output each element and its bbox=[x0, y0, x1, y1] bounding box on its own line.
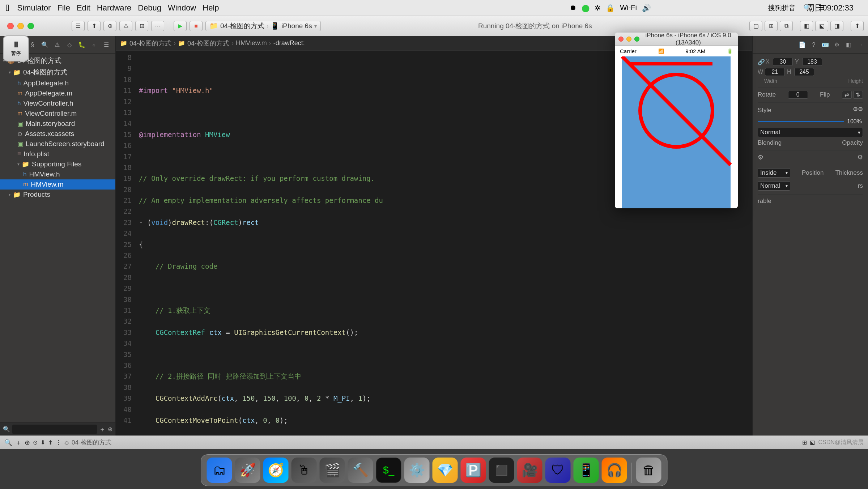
inspector-hide-btn[interactable]: ◨ bbox=[830, 21, 843, 31]
dock-item-mouse[interactable]: 🖱 bbox=[292, 458, 317, 483]
dock-item-app5[interactable]: 📱 bbox=[574, 458, 599, 483]
navigator-hide-btn[interactable]: ◧ bbox=[800, 21, 813, 31]
status-step-icon2[interactable]: ⋮ bbox=[56, 439, 61, 446]
dock-item-settings[interactable]: ⚙️ bbox=[404, 458, 430, 483]
dock-item-app6[interactable]: 🎧 bbox=[602, 458, 627, 483]
status-search-icon[interactable]: 🔍 bbox=[4, 439, 12, 447]
nav-item-info-plist[interactable]: ≡ Info.plist bbox=[0, 149, 115, 159]
status-debug-icon[interactable]: ⬕ bbox=[810, 439, 815, 446]
dock-item-app4[interactable]: 🛡 bbox=[545, 458, 571, 483]
nav-breakpoint-icon[interactable]: ⬦ bbox=[89, 40, 99, 50]
dock-item-app1[interactable]: 🅿️ bbox=[461, 458, 486, 483]
width-input[interactable]: 21 bbox=[765, 68, 785, 76]
nav-filter-icon[interactable]: ⊕ bbox=[108, 426, 112, 433]
breadcrumb-group[interactable]: 04-检图的方式 bbox=[187, 39, 229, 48]
nav-item-appdelegate-m[interactable]: m AppDelegate.m bbox=[0, 88, 115, 98]
dock-item-app3[interactable]: 🎥 bbox=[517, 458, 542, 483]
nav-test-icon[interactable]: ◇ bbox=[64, 40, 75, 50]
flip-h-btn[interactable]: ⇄ bbox=[842, 91, 852, 99]
breadcrumb-file[interactable]: HMView.m bbox=[236, 39, 267, 47]
nav-item-hmview-h[interactable]: h HMView.h bbox=[0, 169, 115, 179]
nav-item-viewcontroller-m[interactable]: m ViewController.m bbox=[0, 109, 115, 119]
flip-v-btn[interactable]: ⇅ bbox=[853, 91, 863, 99]
menu-window[interactable]: Window bbox=[168, 3, 196, 13]
nav-debug-icon[interactable]: 🐛 bbox=[77, 40, 87, 50]
more-btn[interactable]: ⋯ bbox=[151, 21, 164, 31]
editor-standard-btn[interactable]: ▢ bbox=[749, 21, 762, 31]
build-run-btn[interactable]: ▶ bbox=[174, 21, 187, 31]
stop-btn[interactable]: ■ bbox=[190, 21, 203, 31]
nav-search-input[interactable] bbox=[12, 425, 97, 434]
dock-item-quicktime[interactable]: 🎬 bbox=[320, 458, 345, 483]
dock-item-finder[interactable]: 🗂 bbox=[207, 458, 232, 483]
gear-icon-2[interactable]: ⚙ bbox=[857, 153, 863, 161]
jump-bar-btn[interactable]: ⬆ bbox=[88, 21, 101, 31]
search-icon[interactable]: 🔍 bbox=[803, 4, 812, 12]
status-step-out-icon[interactable]: ⬆ bbox=[48, 439, 53, 446]
debug-area-btn[interactable]: ⬕ bbox=[815, 21, 828, 31]
opacity-slider[interactable] bbox=[758, 121, 844, 122]
nav-item-hmview-m[interactable]: m HMView.m bbox=[0, 179, 115, 190]
status-filter-icon[interactable]: ⊕ bbox=[25, 439, 30, 447]
menu-file[interactable]: File bbox=[57, 3, 70, 13]
nav-item-products[interactable]: ▸ 📁 Products bbox=[0, 190, 115, 200]
scheme-selector[interactable]: 📁 04-检图的方式 › 📱 iPhone 6s ▾ bbox=[205, 21, 321, 31]
breadcrumb-method[interactable]: -drawRect: bbox=[273, 39, 305, 47]
menu-edit[interactable]: Edit bbox=[77, 3, 90, 13]
nav-item-sub[interactable]: ▾ 📁 04-检图的方式 bbox=[0, 67, 115, 78]
inspector-quick-icon[interactable]: ? bbox=[809, 40, 819, 50]
nav-log-icon[interactable]: ☰ bbox=[101, 40, 111, 50]
sim-zoom-btn[interactable] bbox=[634, 37, 639, 42]
editor-version-btn[interactable]: ⧉ bbox=[780, 21, 793, 31]
status-breakpoints-icon[interactable]: ◇ bbox=[64, 439, 69, 446]
rotate-input[interactable]: 0 bbox=[788, 91, 808, 99]
minimize-button[interactable] bbox=[17, 23, 24, 29]
menu-simulator[interactable]: Simulator bbox=[17, 3, 51, 13]
export-btn[interactable]: ⬆ bbox=[851, 21, 864, 31]
nav-issues-icon[interactable]: ⚠ bbox=[52, 40, 62, 50]
status-step-in-icon[interactable]: ⬇ bbox=[41, 439, 45, 446]
inspector-size-icon[interactable]: ◧ bbox=[843, 40, 854, 50]
status-layout-icon[interactable]: ⊞ bbox=[802, 439, 807, 446]
nav-item-launch-storyboard[interactable]: ▣ LaunchScreen.storyboard bbox=[0, 139, 115, 149]
nav-item-supporting[interactable]: ▾ 📁 Supporting Files bbox=[0, 159, 115, 169]
inspector-attributes-icon[interactable]: ⚙ bbox=[832, 40, 842, 50]
x-input[interactable]: 30 bbox=[773, 58, 793, 66]
height-input[interactable]: 245 bbox=[794, 68, 814, 76]
editor-assistant-btn[interactable]: ⊞ bbox=[765, 21, 778, 31]
sim-close-btn[interactable] bbox=[618, 37, 624, 42]
normal-dropdown[interactable]: Normal ▾ bbox=[758, 128, 863, 137]
inspector-file-icon[interactable]: 📄 bbox=[797, 40, 807, 50]
dock-item-terminal[interactable]: $_ bbox=[376, 458, 401, 483]
navigator-toggle-btn[interactable]: ☰ bbox=[72, 21, 85, 31]
inspector-connections-icon[interactable]: → bbox=[855, 40, 865, 50]
nav-add-icon[interactable]: ＋ bbox=[99, 425, 106, 434]
menu-hardware[interactable]: Hardware bbox=[97, 3, 131, 13]
gear-icon-1[interactable]: ⚙ bbox=[758, 153, 763, 161]
dock-item-safari[interactable]: 🧭 bbox=[263, 458, 289, 483]
dock-item-app2[interactable]: ⬛ bbox=[489, 458, 514, 483]
filter-btn[interactable]: ⊞ bbox=[135, 21, 148, 31]
nav-item-viewcontroller-h[interactable]: h ViewController.h bbox=[0, 98, 115, 109]
dock-item-hammer[interactable]: 🔨 bbox=[348, 458, 373, 483]
nav-find-icon[interactable]: 🔍 bbox=[40, 40, 50, 50]
status-step-over-icon[interactable]: ⊙ bbox=[33, 439, 38, 446]
close-button[interactable] bbox=[7, 23, 14, 29]
sim-minimize-btn[interactable] bbox=[626, 37, 631, 42]
inspector-identity-icon[interactable]: 🪪 bbox=[820, 40, 830, 50]
maximize-button[interactable] bbox=[27, 23, 34, 29]
apple-menu-icon[interactable]:  bbox=[6, 2, 9, 13]
menu-help[interactable]: Help bbox=[203, 3, 219, 13]
nav-item-assets[interactable]: ⊙ Assets.xcassets bbox=[0, 129, 115, 139]
nav-symbol-icon[interactable]: § bbox=[27, 40, 38, 50]
issues-btn[interactable]: ⚠ bbox=[119, 21, 132, 31]
dock-item-trash[interactable]: 🗑 bbox=[636, 458, 661, 483]
search-btn[interactable]: ⊕ bbox=[103, 21, 116, 31]
menu-list-icon[interactable]: ☰ bbox=[818, 4, 825, 12]
inside-dropdown[interactable]: Inside ▾ bbox=[758, 168, 790, 178]
status-add-icon[interactable]: ＋ bbox=[15, 438, 22, 447]
dock-item-launchpad[interactable]: 🚀 bbox=[235, 458, 260, 483]
dock-item-sketch[interactable]: 💎 bbox=[433, 458, 458, 483]
breadcrumb-project[interactable]: 04-检图的方式 bbox=[129, 39, 171, 48]
nav-item-appdelegate-h[interactable]: h AppDelegate.h bbox=[0, 78, 115, 88]
